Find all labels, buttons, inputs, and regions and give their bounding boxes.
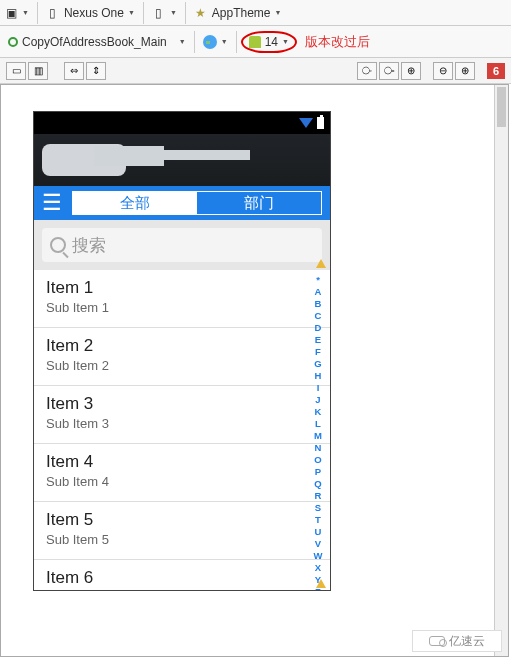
index-letter[interactable]: G <box>314 358 321 370</box>
api-level: 14 <box>265 35 278 49</box>
index-letter[interactable]: P <box>315 466 321 478</box>
list-item-title: Item 3 <box>46 394 318 414</box>
list-item[interactable]: Item 4Sub Item 4 <box>34 444 330 502</box>
index-letter[interactable]: L <box>315 418 321 430</box>
index-letter[interactable]: B <box>315 298 322 310</box>
tab-bar: ☰ 全部 部门 <box>34 186 330 220</box>
theme-dropdown[interactable]: ★ AppTheme ▼ <box>190 4 286 22</box>
device-frame: ☰ 全部 部门 搜索 Item 1Sub Item 1Item 2Sub Ite… <box>33 111 331 591</box>
toolbar-view: ▭ ▥ ⇔ ⇕ ⧂ ⧃ ⊕ ⊖ ⊕ 6 <box>0 58 511 84</box>
design-icon: ▣ <box>4 6 18 20</box>
chevron-down-icon: ▼ <box>179 38 186 45</box>
view-split-button[interactable]: ▥ <box>28 62 48 80</box>
phone-icon: ▯ <box>46 6 60 20</box>
run-icon <box>8 37 18 47</box>
watermark: 亿速云 <box>412 630 502 652</box>
error-badge[interactable]: 6 <box>487 63 505 79</box>
index-letter[interactable]: N <box>315 442 322 454</box>
device-dropdown[interactable]: ▯ Nexus One ▼ <box>42 4 139 22</box>
zoom-in-button[interactable]: ⊕ <box>455 62 475 80</box>
index-letter[interactable]: J <box>315 394 320 406</box>
orientation-dropdown[interactable]: ▯ ▼ <box>148 4 181 22</box>
fit-horizontal-button[interactable]: ⇔ <box>64 62 84 80</box>
list-item[interactable]: Item 1Sub Item 1 <box>34 270 330 328</box>
api-level-dropdown[interactable]: 14 ▼ <box>241 31 297 53</box>
tab-group: 全部 部门 <box>72 191 322 215</box>
design-mode-dropdown[interactable]: ▣ ▼ <box>0 4 33 22</box>
search-placeholder: 搜索 <box>72 234 106 257</box>
globe-icon <box>203 35 217 49</box>
configuration-dropdown[interactable]: CopyOfAddressBook_Main ▼ <box>0 33 190 51</box>
index-letter[interactable]: S <box>315 502 321 514</box>
index-letter[interactable]: K <box>315 406 322 418</box>
index-letter[interactable]: H <box>315 370 322 382</box>
index-letter[interactable]: U <box>315 526 322 538</box>
index-letter[interactable]: A <box>315 286 322 298</box>
zoom-100-button[interactable]: ⊕ <box>401 62 421 80</box>
theme-label: AppTheme <box>212 6 271 20</box>
chevron-down-icon: ▼ <box>221 38 228 45</box>
battery-icon <box>317 117 324 129</box>
zoom-fit-button[interactable]: ⧃ <box>379 62 399 80</box>
index-letter[interactable]: M <box>314 430 322 442</box>
cloud-icon <box>429 636 445 646</box>
chevron-down-icon: ▼ <box>128 9 135 16</box>
status-bar <box>34 112 330 134</box>
star-icon: ★ <box>194 6 208 20</box>
notification-icon <box>299 118 313 128</box>
search-icon <box>50 237 66 253</box>
annotation-text: 版本改过后 <box>305 33 370 51</box>
zoom-out-button[interactable]: ⊖ <box>433 62 453 80</box>
list-item-subtitle: Sub Item 4 <box>46 474 318 489</box>
zoom-actual-button[interactable]: ⧂ <box>357 62 377 80</box>
index-letter[interactable]: T <box>315 514 321 526</box>
search-row: 搜索 <box>34 220 330 270</box>
preview-canvas: ☰ 全部 部门 搜索 Item 1Sub Item 1Item 2Sub Ite… <box>0 84 509 657</box>
chevron-down-icon: ▼ <box>275 9 282 16</box>
index-letter[interactable]: C <box>315 310 322 322</box>
index-letter[interactable]: Q <box>314 478 321 490</box>
toolbar-config: CopyOfAddressBook_Main ▼ ▼ 14 ▼ 版本改过后 <box>0 26 511 58</box>
chevron-down-icon: ▼ <box>22 9 29 16</box>
list-item-title: Item 5 <box>46 510 318 530</box>
app-header <box>34 134 330 186</box>
view-normal-button[interactable]: ▭ <box>6 62 26 80</box>
warning-icon <box>316 579 326 588</box>
watermark-text: 亿速云 <box>449 633 485 650</box>
device-label: Nexus One <box>64 6 124 20</box>
warning-icon <box>316 259 326 268</box>
hamburger-icon[interactable]: ☰ <box>42 192 62 214</box>
toolbar-devices: ▣ ▼ ▯ Nexus One ▼ ▯ ▼ ★ AppTheme ▼ <box>0 0 511 26</box>
tab-department[interactable]: 部门 <box>197 192 321 214</box>
index-letter[interactable]: W <box>314 550 323 562</box>
index-letter[interactable]: I <box>317 382 320 394</box>
list-item[interactable]: Item 5Sub Item 5 <box>34 502 330 560</box>
chevron-down-icon: ▼ <box>170 9 177 16</box>
index-letter[interactable]: D <box>315 322 322 334</box>
list-item[interactable]: Item 2Sub Item 2 <box>34 328 330 386</box>
index-letter[interactable]: R <box>315 490 322 502</box>
index-bar[interactable]: *ABCDEFGHIJKLMNOPQRSTUVWXYZ <box>312 274 324 586</box>
android-icon <box>249 36 261 48</box>
list-item-subtitle: Sub Item 1 <box>46 300 318 315</box>
list-item-subtitle: Sub Item 2 <box>46 358 318 373</box>
index-letter[interactable]: X <box>315 562 321 574</box>
list-item-subtitle: Sub Item 3 <box>46 416 318 431</box>
orientation-icon: ▯ <box>152 6 166 20</box>
list-item[interactable]: Item 3Sub Item 3 <box>34 386 330 444</box>
chevron-down-icon: ▼ <box>282 38 289 45</box>
locale-dropdown[interactable]: ▼ <box>199 33 232 51</box>
tab-all[interactable]: 全部 <box>73 192 197 214</box>
list-item-title: Item 1 <box>46 278 318 298</box>
list-view[interactable]: Item 1Sub Item 1Item 2Sub Item 2Item 3Su… <box>34 270 330 590</box>
redacted-text <box>154 150 250 160</box>
index-letter[interactable]: O <box>314 454 321 466</box>
index-letter[interactable]: V <box>315 538 321 550</box>
search-input[interactable]: 搜索 <box>42 228 322 262</box>
vertical-scrollbar[interactable] <box>494 85 508 656</box>
index-letter[interactable]: F <box>315 346 321 358</box>
list-item[interactable]: Item 6Sub Item 6 <box>34 560 330 590</box>
fit-vertical-button[interactable]: ⇕ <box>86 62 106 80</box>
index-letter[interactable]: E <box>315 334 321 346</box>
index-letter[interactable]: * <box>316 274 320 286</box>
